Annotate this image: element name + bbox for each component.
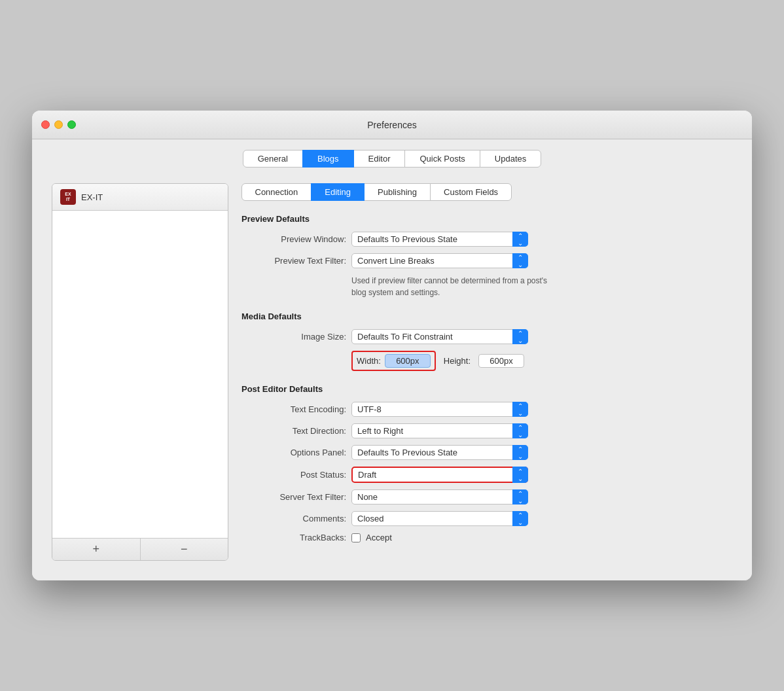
tab-connection[interactable]: Connection	[241, 183, 312, 201]
options-panel-label: Options Panel:	[241, 448, 346, 457]
content-area: EXIT EX-IT + − Connection Editing Publis…	[32, 177, 752, 580]
preview-text-filter-select-wrapper: Convert Line Breaks ⌃⌄	[351, 253, 528, 268]
trackbacks-label: TrackBacks:	[241, 533, 346, 542]
options-panel-select[interactable]: Defaults To Previous State	[351, 445, 528, 460]
dimensions-row: Width: Height:	[351, 351, 732, 371]
image-size-label: Image Size:	[241, 332, 346, 342]
blog-icon: EXIT	[60, 189, 76, 205]
right-panel: Connection Editing Publishing Custom Fie…	[241, 183, 732, 561]
remove-blog-button[interactable]: −	[141, 539, 228, 560]
accept-trackbacks-checkbox[interactable]	[351, 533, 361, 542]
server-text-filter-row: Server Text Filter: None ⌃⌄	[241, 489, 732, 505]
text-encoding-select-wrapper: UTF-8 ⌃⌄	[351, 402, 528, 417]
server-text-filter-label: Server Text Filter:	[241, 492, 346, 502]
preview-window-row: Preview Window: Defaults To Previous Sta…	[241, 232, 732, 247]
preview-window-select[interactable]: Defaults To Previous State	[351, 232, 528, 247]
post-editor-defaults-section: Post Editor Defaults Text Encoding: UTF-…	[241, 384, 732, 542]
tab-custom-fields[interactable]: Custom Fields	[430, 183, 512, 201]
tab-blogs[interactable]: Blogs	[302, 150, 354, 168]
blog-name: EX-IT	[81, 192, 103, 202]
traffic-lights	[41, 120, 76, 129]
blog-list-body	[52, 211, 228, 538]
tab-editing[interactable]: Editing	[311, 183, 365, 201]
image-size-select-wrapper: Defaults To Fit Constraint ⌃⌄	[351, 329, 528, 344]
preview-defaults-title: Preview Defaults	[241, 214, 732, 224]
text-direction-label: Text Direction:	[241, 426, 346, 436]
post-status-label: Post Status:	[241, 470, 346, 480]
media-defaults-section: Media Defaults Image Size: Defaults To F…	[241, 311, 732, 371]
preview-text-filter-select[interactable]: Convert Line Breaks	[351, 253, 528, 268]
tab-updates[interactable]: Updates	[480, 150, 541, 168]
preview-hint-text: Used if preview filter cannot be determi…	[351, 275, 548, 298]
preview-text-filter-label: Preview Text Filter:	[241, 256, 346, 266]
image-size-select[interactable]: Defaults To Fit Constraint	[351, 329, 528, 344]
height-input[interactable]	[478, 354, 524, 368]
trackbacks-row: TrackBacks: Accept	[241, 533, 732, 542]
options-panel-row: Options Panel: Defaults To Previous Stat…	[241, 445, 732, 460]
text-encoding-row: Text Encoding: UTF-8 ⌃⌄	[241, 402, 732, 417]
width-input[interactable]	[385, 354, 431, 368]
text-direction-row: Text Direction: Left to Right ⌃⌄	[241, 423, 732, 438]
comments-select-wrapper: Closed ⌃⌄	[351, 511, 528, 526]
sidebar: EXIT EX-IT + −	[52, 183, 228, 561]
add-blog-button[interactable]: +	[52, 539, 141, 560]
window-title: Preferences	[367, 120, 416, 130]
maximize-button[interactable]	[67, 120, 76, 129]
post-status-select[interactable]: Draft	[351, 467, 528, 483]
blog-icon-text: EXIT	[65, 192, 71, 202]
blog-list-container: EXIT EX-IT + −	[52, 183, 228, 561]
preview-defaults-section: Preview Defaults Preview Window: Default…	[241, 214, 732, 298]
comments-row: Comments: Closed ⌃⌄	[241, 511, 732, 526]
text-direction-select[interactable]: Left to Right	[351, 423, 528, 438]
media-defaults-title: Media Defaults	[241, 311, 732, 321]
options-panel-select-wrapper: Defaults To Previous State ⌃⌄	[351, 445, 528, 460]
tab-publishing[interactable]: Publishing	[364, 183, 431, 201]
width-label: Width:	[357, 356, 381, 366]
preferences-window: Preferences General Blogs Editor Quick P…	[32, 111, 752, 580]
text-direction-select-wrapper: Left to Right ⌃⌄	[351, 423, 528, 438]
minimize-button[interactable]	[54, 120, 63, 129]
tab-quick-posts[interactable]: Quick Posts	[404, 150, 480, 168]
server-text-filter-select[interactable]: None	[351, 489, 528, 505]
tab-general[interactable]: General	[243, 150, 303, 168]
height-label: Height:	[444, 356, 471, 366]
text-encoding-label: Text Encoding:	[241, 404, 346, 414]
server-text-filter-select-wrapper: None ⌃⌄	[351, 489, 528, 505]
main-tab-bar: General Blogs Editor Quick Posts Updates	[32, 139, 752, 177]
blog-list-footer: + −	[52, 538, 228, 560]
post-status-row: Post Status: Draft ⌃⌄	[241, 467, 732, 483]
preview-text-filter-row: Preview Text Filter: Convert Line Breaks…	[241, 253, 732, 268]
comments-select[interactable]: Closed	[351, 511, 528, 526]
blog-list-header: EXIT EX-IT	[52, 184, 228, 211]
comments-label: Comments:	[241, 514, 346, 523]
sub-tab-bar: Connection Editing Publishing Custom Fie…	[241, 183, 732, 201]
text-encoding-select[interactable]: UTF-8	[351, 402, 528, 417]
tab-editor[interactable]: Editor	[353, 150, 406, 168]
accept-label: Accept	[366, 533, 392, 542]
image-size-row: Image Size: Defaults To Fit Constraint ⌃…	[241, 329, 732, 344]
titlebar: Preferences	[32, 111, 752, 139]
width-highlight: Width:	[351, 351, 436, 371]
preview-window-select-wrapper: Defaults To Previous State ⌃⌄	[351, 232, 528, 247]
post-status-select-wrapper: Draft ⌃⌄	[351, 467, 528, 483]
preview-window-label: Preview Window:	[241, 234, 346, 244]
close-button[interactable]	[41, 120, 50, 129]
post-editor-defaults-title: Post Editor Defaults	[241, 384, 732, 394]
